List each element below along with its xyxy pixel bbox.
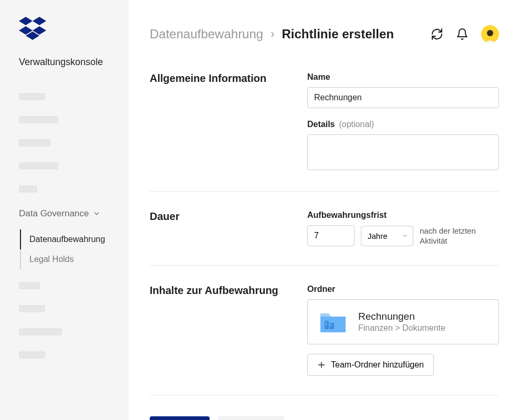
create-button[interactable]: Erstellen — [150, 416, 210, 420]
breadcrumb-parent[interactable]: Datenaufbewahrung — [150, 27, 263, 41]
svg-point-5 — [487, 30, 493, 36]
main-content: Datenaufbewahrung › Richtlinie erstellen… — [129, 0, 520, 420]
svg-rect-8 — [326, 322, 327, 323]
breadcrumb-current: Richtlinie erstellen — [282, 27, 394, 41]
retention-label: Aufbewahrungsfrist — [307, 211, 499, 220]
folder-label: Ordner — [307, 285, 499, 294]
section-title-general: Allgemeine Information — [150, 72, 307, 172]
breadcrumb-separator: › — [271, 27, 274, 41]
sidebar-placeholder — [19, 185, 37, 193]
sidebar-item-data-retention[interactable]: Datenaufbewahrung — [20, 229, 116, 249]
sidebar-section-data-governance[interactable]: Data Governance — [19, 208, 116, 219]
plus-icon — [317, 361, 326, 369]
details-input[interactable] — [307, 134, 499, 170]
team-folder-icon — [319, 310, 347, 333]
admin-console-title: Verwaltungskonsole — [19, 57, 116, 68]
sidebar-item-legal-holds[interactable]: Legal Holds — [21, 249, 116, 269]
breadcrumb: Datenaufbewahrung › Richtlinie erstellen — [150, 27, 394, 41]
sidebar: Verwaltungskonsole Data Governance Daten… — [0, 0, 129, 420]
svg-rect-7 — [330, 323, 334, 329]
page-header: Datenaufbewahrung › Richtlinie erstellen — [150, 25, 499, 43]
sidebar-placeholder — [19, 282, 40, 289]
svg-rect-10 — [331, 324, 332, 326]
bell-icon[interactable] — [456, 28, 469, 40]
svg-rect-9 — [326, 324, 327, 326]
name-label: Name — [307, 72, 499, 82]
section-title-duration: Dauer — [150, 211, 307, 246]
duration-value-input[interactable] — [307, 225, 355, 246]
header-actions — [431, 25, 499, 43]
duration-unit-select[interactable]: Jahre — [361, 226, 413, 246]
dropbox-logo[interactable] — [19, 17, 116, 42]
section-title-content: Inhalte zur Aufbewahrung — [150, 285, 307, 376]
section-general: Allgemeine Information Name Details (opt… — [150, 72, 499, 192]
sidebar-placeholder — [19, 305, 45, 312]
folder-item[interactable]: Rechnungen Finanzen > Dokumente — [307, 299, 499, 344]
add-team-folder-button[interactable]: Team-Ordner hinzufügen — [307, 354, 434, 376]
section-content: Inhalte zur Aufbewahrung Ordner — [150, 285, 499, 395]
form-actions: Erstellen Abbrechen — [150, 414, 499, 420]
chevron-down-icon — [93, 210, 100, 217]
sidebar-subitems: Datenaufbewahrung Legal Holds — [20, 229, 116, 269]
add-folder-label: Team-Ordner hinzufügen — [331, 360, 424, 370]
cancel-button[interactable]: Abbrechen — [218, 416, 284, 420]
details-label: Details (optional) — [307, 120, 499, 129]
name-input[interactable] — [307, 87, 499, 108]
avatar[interactable] — [481, 25, 499, 43]
sync-icon[interactable] — [431, 28, 443, 40]
sidebar-placeholder — [19, 162, 58, 170]
sidebar-section-label: Data Governance — [19, 208, 89, 219]
sidebar-placeholder — [19, 116, 58, 123]
svg-marker-0 — [19, 17, 33, 25]
sidebar-placeholder — [19, 139, 50, 146]
section-duration: Dauer Aufbewahrungsfrist Jahre nach der … — [150, 211, 499, 266]
folder-path: Finanzen > Dokumente — [358, 323, 487, 333]
sidebar-placeholder — [19, 351, 45, 359]
svg-marker-1 — [33, 17, 46, 25]
duration-after-text: nach der letzten Aktivität — [420, 226, 493, 246]
sidebar-placeholder — [19, 328, 62, 335]
sidebar-placeholder — [19, 93, 45, 100]
folder-name: Rechnungen — [358, 311, 487, 322]
